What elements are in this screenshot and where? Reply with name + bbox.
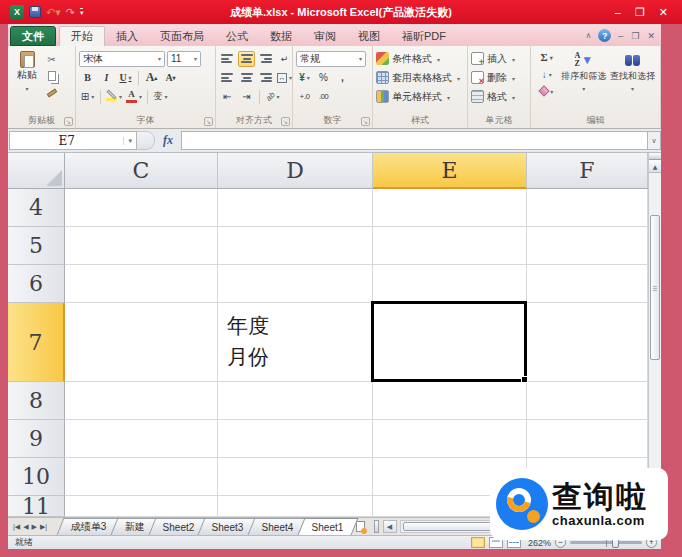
cell-c6[interactable] xyxy=(65,265,218,303)
tab-formulas[interactable]: 公式 xyxy=(215,26,259,46)
collapse-ribbon-icon[interactable]: ∧ xyxy=(586,31,592,40)
expand-formula-bar-icon[interactable]: ∨ xyxy=(647,131,661,150)
cell-e9[interactable] xyxy=(373,420,527,458)
row-header-10[interactable]: 10 xyxy=(8,458,65,496)
name-box[interactable]: E7 ▾ xyxy=(9,131,137,150)
sort-filter-button[interactable]: AZ ▼ 排序和筛选 xyxy=(559,49,608,115)
tab-insert[interactable]: 插入 xyxy=(105,26,149,46)
formula-input[interactable] xyxy=(181,131,647,150)
delete-cells-button[interactable]: 删除 xyxy=(471,68,527,87)
tab-foxit-pdf[interactable]: 福昕PDF xyxy=(391,26,457,46)
previous-sheet-icon[interactable]: ◀ xyxy=(23,523,28,531)
format-painter-button[interactable] xyxy=(43,85,60,101)
comma-style-button[interactable]: , xyxy=(334,70,351,86)
format-as-table-button[interactable]: 套用表格格式 xyxy=(376,68,464,87)
insert-cells-button[interactable]: 插入 xyxy=(471,49,527,68)
grow-font-button[interactable]: A▴ xyxy=(143,70,160,86)
tab-page-layout[interactable]: 页面布局 xyxy=(149,26,215,46)
column-header-e[interactable]: E xyxy=(373,153,527,189)
first-sheet-icon[interactable]: |◀ xyxy=(13,523,20,531)
undo-icon[interactable]: ↶▾ xyxy=(46,7,61,17)
conditional-formatting-button[interactable]: 条件格式 xyxy=(376,49,464,68)
vertical-scrollbar[interactable]: ▲ xyxy=(648,153,661,517)
cell-e5[interactable] xyxy=(373,227,527,265)
row-header-8[interactable]: 8 xyxy=(8,382,65,420)
cell-c8[interactable] xyxy=(65,382,218,420)
increase-decimal-button[interactable]: +.0 xyxy=(296,89,313,105)
decrease-indent-button[interactable]: ⇤ xyxy=(219,89,236,105)
accounting-format-button[interactable]: ¥ xyxy=(296,70,313,86)
paste-dropdown-icon[interactable] xyxy=(25,82,28,93)
minimize-button[interactable]: – xyxy=(615,6,621,19)
cell-d4[interactable] xyxy=(218,189,373,227)
cell-c9[interactable] xyxy=(65,420,218,458)
select-all-corner[interactable] xyxy=(8,153,65,189)
number-format-select[interactable]: 常规 xyxy=(296,51,366,67)
cell-c5[interactable] xyxy=(65,227,218,265)
italic-button[interactable]: I xyxy=(98,70,115,86)
close-button[interactable]: ✕ xyxy=(659,6,668,19)
orientation-button[interactable]: ab xyxy=(264,89,281,105)
name-box-dropdown-icon[interactable]: ▾ xyxy=(123,137,136,145)
row-header-7[interactable]: 7 xyxy=(8,303,65,382)
align-right-button[interactable] xyxy=(257,70,274,86)
excel-app-icon[interactable]: X xyxy=(10,5,24,19)
cell-d6[interactable] xyxy=(218,265,373,303)
underline-button[interactable]: U xyxy=(117,70,134,86)
column-header-c[interactable]: C xyxy=(65,153,218,189)
tab-scroll-splitter[interactable] xyxy=(374,520,379,533)
increase-indent-button[interactable]: ⇥ xyxy=(238,89,255,105)
workbook-minimize-icon[interactable]: – xyxy=(618,31,623,41)
cell-e8[interactable] xyxy=(373,382,527,420)
clipboard-dialog-launcher-icon[interactable]: ↘ xyxy=(64,117,73,126)
save-icon[interactable] xyxy=(29,6,41,18)
cell-f7[interactable] xyxy=(527,303,648,382)
sheet-tab-sheet1[interactable]: Sheet1 xyxy=(297,518,358,535)
last-sheet-icon[interactable]: ▶| xyxy=(40,523,47,531)
cell-c10[interactable] xyxy=(65,458,218,496)
align-top-button[interactable] xyxy=(219,51,236,67)
cell-styles-button[interactable]: 单元格样式 xyxy=(376,87,464,106)
help-icon[interactable]: ? xyxy=(598,29,611,42)
scroll-up-icon[interactable]: ▲ xyxy=(649,160,661,173)
tab-data[interactable]: 数据 xyxy=(259,26,303,46)
vertical-scroll-thumb[interactable] xyxy=(650,215,660,360)
tab-home[interactable]: 开始 xyxy=(59,26,105,46)
cell-d8[interactable] xyxy=(218,382,373,420)
next-sheet-icon[interactable]: ▶ xyxy=(32,523,37,531)
cell-d11[interactable] xyxy=(218,496,373,517)
cell-d9[interactable] xyxy=(218,420,373,458)
align-middle-button[interactable] xyxy=(238,51,255,67)
font-name-select[interactable]: 宋体 xyxy=(79,51,165,67)
font-dialog-launcher-icon[interactable]: ↘ xyxy=(204,117,213,126)
maximize-button[interactable]: ❐ xyxy=(635,6,645,19)
align-bottom-button[interactable] xyxy=(257,51,274,67)
workbook-close-icon[interactable]: ✕ xyxy=(647,31,655,41)
alignment-dialog-launcher-icon[interactable]: ↘ xyxy=(281,117,290,126)
fill-color-button[interactable] xyxy=(105,89,123,105)
wrap-text-button[interactable]: ↵ xyxy=(276,51,293,67)
paste-button[interactable]: 粘贴 xyxy=(11,49,43,115)
cell-f4[interactable] xyxy=(527,189,648,227)
cell-d5[interactable] xyxy=(218,227,373,265)
percent-style-button[interactable]: % xyxy=(315,70,332,86)
align-left-button[interactable] xyxy=(219,70,236,86)
namebox-splitter[interactable] xyxy=(137,131,155,150)
cell-f5[interactable] xyxy=(527,227,648,265)
tab-file[interactable]: 文件 xyxy=(10,26,56,46)
row-header-6[interactable]: 6 xyxy=(8,265,65,303)
zoom-slider[interactable] xyxy=(570,541,642,544)
tab-review[interactable]: 审阅 xyxy=(303,26,347,46)
insert-function-button[interactable]: fx xyxy=(155,133,181,148)
phonetic-guide-button[interactable]: 变 xyxy=(152,89,169,105)
clear-button[interactable] xyxy=(534,83,559,99)
cell-f6[interactable] xyxy=(527,265,648,303)
row-header-5[interactable]: 5 xyxy=(8,227,65,265)
cut-button[interactable]: ✂ xyxy=(43,51,60,67)
cell-c7[interactable] xyxy=(65,303,218,382)
horizontal-scroll-thumb[interactable] xyxy=(403,522,493,531)
merge-center-button[interactable]: ↔ xyxy=(276,70,293,86)
cell-e4[interactable] xyxy=(373,189,527,227)
cell-c4[interactable] xyxy=(65,189,218,227)
cell-f9[interactable] xyxy=(527,420,648,458)
